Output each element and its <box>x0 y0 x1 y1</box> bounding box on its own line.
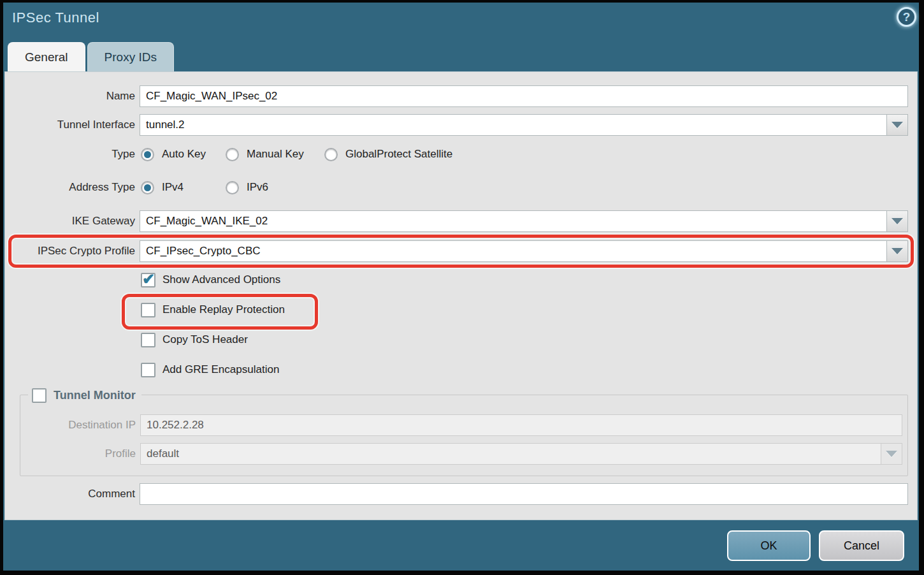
radio-ipv6-label: IPv6 <box>247 181 268 194</box>
ok-button-label: OK <box>760 539 777 553</box>
ike-gateway-label: IKE Gateway <box>5 210 135 232</box>
cancel-button[interactable]: Cancel <box>819 530 904 561</box>
radio-ipv6[interactable] <box>226 181 239 194</box>
dialog-title: IPSec Tunnel <box>12 10 99 26</box>
radio-auto-key-label: Auto Key <box>162 148 226 161</box>
tab-general[interactable]: General <box>8 42 85 71</box>
enable-replay-protection-checkbox[interactable] <box>141 303 155 317</box>
profile-input <box>140 443 902 465</box>
cancel-button-label: Cancel <box>844 539 879 553</box>
chevron-down-icon <box>892 248 903 254</box>
add-gre-encapsulation-row: Add GRE Encapsulation <box>141 361 279 379</box>
address-type-label: Address Type <box>5 178 135 196</box>
ok-button[interactable]: OK <box>727 530 811 561</box>
ipsec-tunnel-dialog: IPSec Tunnel ? General Proxy IDs Name Tu… <box>3 3 919 571</box>
profile-label: Profile <box>6 443 136 465</box>
radio-globalprotect-satellite[interactable] <box>324 148 338 161</box>
chevron-down-icon <box>892 122 903 128</box>
radio-ipv4-label: IPv4 <box>162 181 226 194</box>
radio-manual-key-label: Manual Key <box>247 148 324 161</box>
type-radio-group: Auto Key Manual Key GlobalProtect Satell… <box>141 145 452 163</box>
tunnel-monitor-checkbox[interactable] <box>32 388 47 403</box>
enable-replay-protection-row: Enable Replay Protection <box>141 301 285 319</box>
type-label: Type <box>5 145 135 163</box>
enable-replay-protection-label: Enable Replay Protection <box>162 303 285 316</box>
help-icon[interactable]: ? <box>897 7 916 27</box>
radio-ipv4[interactable] <box>141 181 154 194</box>
copy-tos-header-row: Copy ToS Header <box>141 331 248 349</box>
profile-dropdown <box>140 443 902 465</box>
ipsec-crypto-profile-input[interactable] <box>140 240 908 262</box>
chevron-down-icon <box>892 218 903 224</box>
add-gre-encapsulation-checkbox[interactable] <box>141 363 155 377</box>
chevron-down-icon <box>886 451 897 457</box>
destination-ip-label: Destination IP <box>6 414 136 436</box>
tunnel-interface-dropdown-button[interactable] <box>886 114 908 136</box>
profile-dropdown-button <box>881 443 902 465</box>
add-gre-encapsulation-label: Add GRE Encapsulation <box>162 363 279 376</box>
ike-gateway-dropdown <box>140 210 908 232</box>
general-tab-panel: Name Tunnel Interface Type Auto Key Manu… <box>4 71 918 520</box>
show-advanced-options-label: Show Advanced Options <box>162 273 280 286</box>
ike-gateway-input[interactable] <box>140 210 908 232</box>
check-icon: ✔ <box>142 270 155 288</box>
tunnel-monitor-label: Tunnel Monitor <box>54 389 136 402</box>
copy-tos-header-label: Copy ToS Header <box>162 333 248 346</box>
address-type-radio-group: IPv4 IPv6 <box>141 178 268 196</box>
help-icon-glyph: ? <box>903 10 911 24</box>
show-advanced-options-row: ✔ Show Advanced Options <box>141 271 280 289</box>
ipsec-crypto-profile-dropdown <box>140 240 908 262</box>
tunnel-interface-label: Tunnel Interface <box>5 114 135 136</box>
comment-label: Comment <box>5 483 135 505</box>
comment-input[interactable] <box>140 483 908 505</box>
radio-auto-key[interactable] <box>141 148 154 161</box>
tab-proxy-ids[interactable]: Proxy IDs <box>87 42 174 71</box>
ike-gateway-dropdown-button[interactable] <box>886 210 908 232</box>
ipsec-crypto-profile-dropdown-button[interactable] <box>886 240 908 262</box>
ipsec-crypto-profile-label: IPSec Crypto Profile <box>5 240 135 262</box>
name-input[interactable] <box>140 85 908 107</box>
tunnel-interface-input[interactable] <box>140 114 908 136</box>
radio-manual-key[interactable] <box>226 148 239 161</box>
tunnel-monitor-section: Tunnel Monitor Destination IP Profile <box>20 395 908 476</box>
tab-general-label: General <box>25 50 68 64</box>
copy-tos-header-checkbox[interactable] <box>141 333 155 347</box>
tab-bar: General Proxy IDs <box>8 42 174 71</box>
radio-globalprotect-satellite-label: GlobalProtect Satellite <box>345 148 452 161</box>
tab-proxy-ids-label: Proxy IDs <box>105 50 157 64</box>
show-advanced-options-checkbox[interactable]: ✔ <box>141 273 155 288</box>
destination-ip-input <box>140 414 902 436</box>
tunnel-interface-dropdown <box>140 114 908 136</box>
name-label: Name <box>5 85 135 107</box>
tunnel-monitor-legend: Tunnel Monitor <box>28 386 141 404</box>
